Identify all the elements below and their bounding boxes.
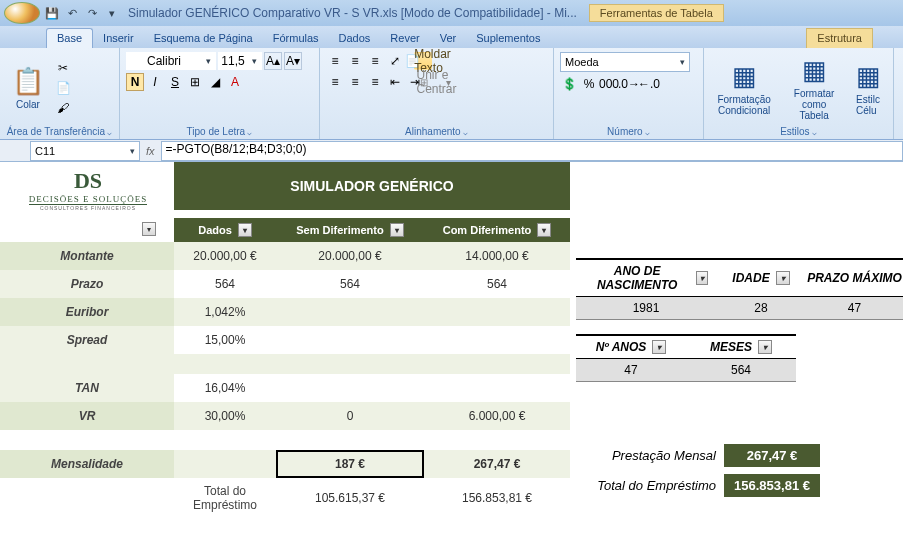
cell-sem-spread[interactable] [276,326,424,354]
cell-dados-vr[interactable]: 30,00% [174,402,276,430]
qat-more-icon[interactable]: ▾ [104,5,120,21]
cell-com-mensalidade[interactable]: 267,47 € [424,450,570,478]
name-box[interactable]: C11 [30,141,140,161]
cell-dados-montante[interactable]: 20.000,00 € [174,242,276,270]
dec-decimal-icon[interactable]: ←.0 [640,75,658,93]
percent-icon[interactable]: % [580,75,598,93]
filter-icon[interactable]: ▾ [238,223,252,237]
bold-icon[interactable]: N [126,73,144,91]
cell-dados-spread[interactable]: 15,00% [174,326,276,354]
hdr-idade: IDADE▾ [716,258,806,297]
cell-com-spread[interactable] [424,326,570,354]
shrink-font-icon[interactable]: A▾ [284,52,302,70]
side-table-age: ANO DE NASCIMENTO▾ IDADE▾ PRAZO MÁXIMO 1… [576,258,903,320]
format-painter-icon[interactable]: 🖌 [54,99,72,117]
cell-sem-euribor[interactable] [276,298,424,326]
cell-dados-euribor[interactable]: 1,042% [174,298,276,326]
summary-prest-label: Prestação Mensal [576,448,716,463]
cell-sem-vr[interactable]: 0 [276,402,424,430]
format-table-button[interactable]: ▦Formatar como Tabela [782,53,846,123]
office-button[interactable] [4,2,40,24]
align-center-icon[interactable]: ≡ [346,73,364,91]
copy-icon[interactable]: 📄 [54,79,72,97]
cell-sem-tan[interactable] [276,374,424,402]
cell-com-total[interactable]: 156.853,81 € [424,478,570,518]
cell-dados-tan[interactable]: 16,04% [174,374,276,402]
tab-formulas[interactable]: Fórmulas [263,29,329,48]
tab-ver[interactable]: Ver [430,29,467,48]
align-middle-icon[interactable]: ≡ [346,52,364,70]
filter-icon[interactable]: ▾ [696,271,708,285]
worksheet[interactable]: DS DECISÕES E SOLUÇÕES CONSULTORES FINAN… [0,162,903,544]
cell-sem-total[interactable]: 105.615,37 € [276,478,424,518]
filter-icon[interactable]: ▾ [390,223,404,237]
cell-dados-mensalidade[interactable] [174,450,276,478]
tab-estrutura[interactable]: Estrutura [806,28,873,48]
save-icon[interactable]: 💾 [44,5,60,21]
val-meses[interactable]: 564 [686,359,796,382]
merge-button[interactable]: ⊞ Unir e Centrar ▾ [426,73,444,91]
blank-row[interactable] [0,354,570,374]
val-ano[interactable]: 1981 [576,297,716,320]
cell-dados-prazo[interactable]: 564 [174,270,276,298]
val-idade[interactable]: 28 [716,297,806,320]
border-icon[interactable]: ⊞ [186,73,204,91]
summary-total-val[interactable]: 156.853,81 € [724,474,820,499]
hdr-meses: MESES▾ [686,334,796,359]
cell-com-vr[interactable]: 6.000,00 € [424,402,570,430]
fill-color-icon[interactable]: ◢ [206,73,224,91]
cell-com-euribor[interactable] [424,298,570,326]
tab-base[interactable]: Base [46,28,93,48]
ribbon: 📋Colar ✂ 📄 🖌 Área de Transferência Calib… [0,48,903,140]
cell-com-prazo[interactable]: 564 [424,270,570,298]
align-right-icon[interactable]: ≡ [366,73,384,91]
redo-icon[interactable]: ↷ [84,5,100,21]
filter-icon[interactable]: ▾ [652,340,666,354]
cond-format-button[interactable]: ▦Formatação Condicional [710,59,778,118]
filter-icon[interactable]: ▾ [142,222,156,236]
formula-input[interactable]: =-PGTO(B8/12;B4;D3;0;0) [161,141,903,161]
cut-icon[interactable]: ✂ [54,59,72,77]
paste-button[interactable]: 📋Colar [6,64,50,112]
comma-icon[interactable]: 000 [600,75,618,93]
cell-styles-button[interactable]: ▦Estilc Célu [850,59,887,118]
font-color-icon[interactable]: A [226,73,244,91]
tab-rever[interactable]: Rever [380,29,429,48]
summary-prest-val[interactable]: 267,47 € [724,444,820,469]
indent-dec-icon[interactable]: ⇤ [386,73,404,91]
col-sem: Sem Diferimento▾ [276,218,424,242]
font-name-combo[interactable]: Calibri [126,52,216,70]
italic-icon[interactable]: I [146,73,164,91]
align-bottom-icon[interactable]: ≡ [366,52,384,70]
label-vr: VR [0,402,174,430]
tab-esquema[interactable]: Esquema de Página [144,29,263,48]
val-nanos[interactable]: 47 [576,359,686,382]
number-format-combo[interactable]: Moeda [560,52,690,72]
undo-icon[interactable]: ↶ [64,5,80,21]
underline-icon[interactable]: S [166,73,184,91]
align-left-icon[interactable]: ≡ [326,73,344,91]
tab-suplementos[interactable]: Suplementos [466,29,550,48]
filter-icon[interactable]: ▾ [537,223,551,237]
cell-com-tan[interactable] [424,374,570,402]
col-dados: Dados▾ [174,218,276,242]
val-prazomax[interactable]: 47 [806,297,903,320]
tab-inserir[interactable]: Inserir [93,29,144,48]
table-tools-label: Ferramentas de Tabela [589,4,724,22]
filter-icon[interactable]: ▾ [758,340,772,354]
grow-font-icon[interactable]: A▴ [264,52,282,70]
cell-com-montante[interactable]: 14.000,00 € [424,242,570,270]
align-top-icon[interactable]: ≡ [326,52,344,70]
currency-icon[interactable]: 💲 [560,75,578,93]
fx-icon[interactable]: fx [140,145,161,157]
cell-sem-prazo[interactable]: 564 [276,270,424,298]
orientation-icon[interactable]: ⤢ [386,52,404,70]
cell-sem-montante[interactable]: 20.000,00 € [276,242,424,270]
filter-icon[interactable]: ▾ [776,271,790,285]
font-size-combo[interactable]: 11,5 [218,52,262,70]
blank-row2[interactable] [0,430,570,450]
clipboard-icon: 📋 [12,66,44,97]
tab-dados[interactable]: Dados [329,29,381,48]
cell-sem-mensalidade[interactable]: 187 € [276,450,424,478]
inc-decimal-icon[interactable]: .0→ [620,75,638,93]
